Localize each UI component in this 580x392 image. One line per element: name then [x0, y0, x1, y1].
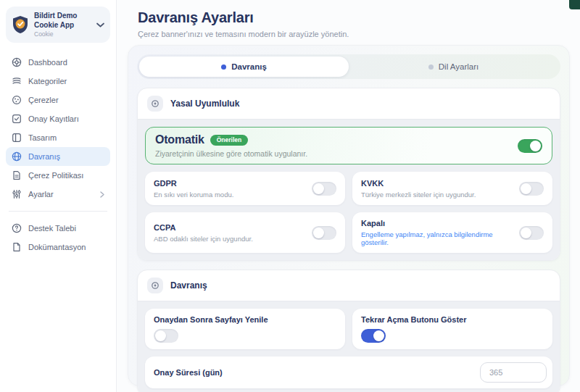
document-icon [12, 170, 22, 180]
tab-inactive-dot [428, 64, 434, 70]
sidebar-item-kategoriler[interactable]: Kategoriler [6, 72, 110, 91]
sidebar-item-label: Kategoriler [28, 77, 67, 86]
legal-compliance-section: Yasal Uyumluluk Otomatik Önerilen Ziyare… [137, 88, 560, 261]
page-title: Davranış Ayarları [138, 9, 580, 26]
app-switcher[interactable]: Bildirt Demo Cookie App Cookie [6, 7, 110, 43]
option-title: Kapalı [361, 219, 513, 228]
sidebar-item-ayarlar[interactable]: Ayarlar [6, 185, 110, 204]
refresh-after-consent-toggle[interactable] [154, 329, 178, 343]
app-shield-icon [12, 15, 29, 34]
sidebar-item-destek-talebi[interactable]: Destek Talebi [6, 219, 110, 238]
file-icon [12, 242, 22, 252]
sidebar-item-dokumantasyon[interactable]: Dokümantasyon [6, 238, 110, 257]
sidebar-item-label: Dashboard [28, 58, 67, 67]
sidebar-item-cerez-politikasi[interactable]: Çerez Politikası [6, 166, 110, 185]
option-description: ABD odaklı siteler için uygundur. [154, 235, 253, 243]
settings-panel: Davranış Dil Ayarları Yasal Uyumluluk Ot… [128, 45, 570, 386]
sidebar-item-label: Çerezler [28, 96, 59, 104]
app-name: Bildirt Demo Cookie App [34, 12, 91, 30]
layers-icon [12, 76, 22, 86]
option-title: Onaydan Sonra Sayfayı Yenile [154, 315, 336, 324]
option-description: En sıkı veri koruma modu. [154, 191, 233, 199]
sidebar-item-cerezler[interactable]: Çerezler [6, 91, 110, 109]
checkbox-icon [12, 114, 22, 124]
option-description: Türkiye merkezli siteler için uygundur. [361, 191, 476, 199]
sidebar-item-label: Destek Talebi [28, 224, 76, 233]
sidebar-item-onay-kayitlari[interactable]: Onay Kayıtları [6, 109, 110, 128]
section-title: Davranış [170, 280, 207, 291]
option-gdpr[interactable]: GDPR En sıkı veri koruma modu. [145, 172, 345, 205]
consent-duration-label: Onay Süresi (gün) [154, 368, 223, 377]
tab-label: Davranış [231, 62, 267, 71]
section-title: Yasal Uyumluluk [170, 99, 239, 109]
gear-icon [147, 96, 163, 112]
globe-icon [12, 151, 22, 162]
option-show-reopen-button[interactable]: Tekrar Açma Butonu Göster [352, 309, 552, 349]
sidebar-item-label: Dokümantasyon [28, 243, 86, 251]
option-kapali[interactable]: Kapalı Engelleme yapılmaz, yalnızca bilg… [352, 212, 552, 253]
help-circle-icon [12, 223, 22, 233]
tab-active-dot [221, 64, 226, 70]
gear-icon [147, 278, 163, 293]
option-title: Tekrar Açma Butonu Göster [361, 315, 544, 324]
tab-dil-ayarlari[interactable]: Dil Ayarları [349, 57, 558, 77]
option-title: GDPR [154, 179, 233, 188]
gdpr-toggle[interactable] [312, 182, 336, 196]
sidebar-divider [9, 211, 107, 212]
sidebar-item-label: Onay Kayıtları [28, 114, 79, 123]
tab-davranis[interactable]: Davranış [139, 57, 349, 77]
option-kvkk[interactable]: KVKK Türkiye merkezli siteler için uygun… [352, 172, 552, 205]
show-reopen-button-toggle[interactable] [361, 329, 386, 343]
tab-bar: Davranış Dil Ayarları [137, 54, 560, 79]
option-description: Engelleme yapılmaz, yalnızca bilgilendir… [361, 230, 513, 246]
kvkk-toggle[interactable] [519, 182, 544, 196]
dashboard-icon [12, 57, 22, 67]
layout-icon [12, 133, 22, 143]
sidebar-nav: Dashboard Kategoriler Çerezler Onay Kayı… [0, 50, 116, 257]
chevron-down-icon [96, 22, 104, 28]
cookie-icon [12, 95, 22, 105]
corner-widget [569, 0, 580, 9]
chevron-right-icon [100, 191, 104, 198]
main-content: Davranış Ayarları Çerez banner'ınızı ve … [117, 0, 580, 392]
ccpa-toggle[interactable] [312, 226, 336, 240]
option-title: KVKK [361, 179, 476, 188]
sidebar-item-label: Davranış [28, 152, 60, 161]
sidebar-item-davranis[interactable]: Davranış [6, 147, 110, 166]
sidebar-item-tasarim[interactable]: Tasarım [6, 128, 110, 147]
option-ccpa[interactable]: CCPA ABD odaklı siteler için uygundur. [145, 212, 345, 253]
option-title: Otomatik [155, 133, 204, 146]
page-subtitle: Çerez banner'ınızı ve temasını modern bi… [138, 30, 580, 38]
sidebar-item-label: Tasarım [28, 133, 57, 142]
sidebar-item-label: Çerez Politikası [28, 171, 83, 180]
option-refresh-after-consent[interactable]: Onaydan Sonra Sayfayı Yenile [145, 309, 345, 349]
kapali-toggle[interactable] [519, 226, 544, 240]
sidebar-item-dashboard[interactable]: Dashboard [6, 53, 110, 72]
option-description: Ziyaretçinin ülkesine göre otomatik uygu… [155, 149, 307, 158]
tab-label: Dil Ayarları [439, 62, 478, 71]
consent-duration-row: Onay Süresi (gün) [145, 356, 552, 388]
option-title: CCPA [154, 223, 253, 232]
otomatik-toggle[interactable] [518, 139, 542, 153]
sliders-icon [12, 189, 22, 199]
app-subtitle: Cookie [34, 30, 91, 38]
sidebar: Bildirt Demo Cookie App Cookie Dashboard… [0, 0, 117, 392]
behavior-section: Davranış Onaydan Sonra Sayfayı Yenile Te… [137, 270, 560, 392]
consent-duration-input[interactable] [480, 362, 547, 383]
recommended-badge: Önerilen [210, 135, 248, 146]
option-otomatik[interactable]: Otomatik Önerilen Ziyaretçinin ülkesine … [145, 127, 552, 164]
sidebar-item-label: Ayarlar [28, 190, 54, 199]
